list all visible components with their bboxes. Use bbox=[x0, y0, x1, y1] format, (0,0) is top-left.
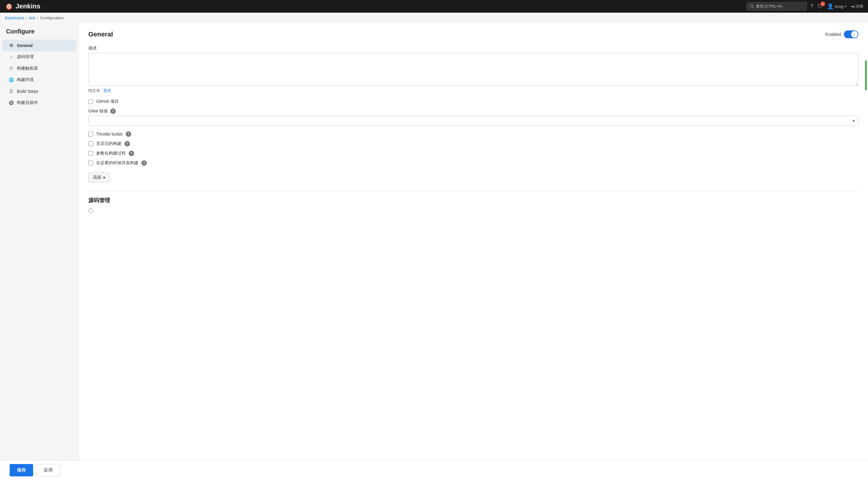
svg-point-4 bbox=[750, 4, 753, 7]
github-project-label[interactable]: GitHub 项目 bbox=[96, 99, 119, 104]
search-box[interactable]: 查找 (CTRL+K) bbox=[747, 2, 807, 10]
toggle-knob: ✓ bbox=[851, 31, 858, 38]
description-textarea[interactable] bbox=[88, 53, 858, 86]
save-button[interactable]: 保存 bbox=[10, 464, 33, 476]
section-title: General bbox=[88, 30, 113, 38]
breadcrumb-current: Configuration bbox=[40, 16, 63, 20]
parametrize-checkbox[interactable] bbox=[88, 151, 93, 156]
logout-label: 注销 bbox=[855, 4, 863, 9]
enabled-label: Enabled bbox=[826, 32, 841, 37]
gitee-help-icon[interactable]: ? bbox=[110, 108, 116, 114]
sidebar-item-environment[interactable]: 🌐 构建环境 bbox=[2, 74, 76, 86]
breadcrumb: Dashboard › test › Configuration bbox=[0, 13, 868, 23]
jenkins-logo-icon bbox=[5, 2, 13, 10]
gitee-link-group: Gitee 链接 ? ▾ bbox=[88, 108, 858, 126]
discard-old-label[interactable]: 丢弃旧的构建 bbox=[96, 141, 121, 147]
source-radio-row bbox=[88, 208, 858, 213]
action-bar: 保存 应用 bbox=[0, 460, 868, 479]
scroll-indicator bbox=[865, 60, 867, 90]
throttle-builds-label[interactable]: Throttle builds bbox=[96, 132, 123, 136]
sidebar-label-build-steps: Build Steps bbox=[17, 89, 38, 94]
enabled-toggle-group: Enabled ✓ bbox=[826, 30, 858, 38]
concurrent-help-icon[interactable]: ? bbox=[141, 160, 147, 166]
throttle-builds-checkbox[interactable] bbox=[88, 132, 93, 136]
parametrize-row: 参数化构建过程 ? bbox=[88, 151, 858, 156]
navbar: Jenkins 查找 (CTRL+K) ? 🛡 1 👤 kong ▾ ⇥ 注销 bbox=[0, 0, 868, 13]
discard-old-checkbox[interactable] bbox=[88, 141, 93, 146]
sidebar-label-source: 源码管理 bbox=[17, 54, 34, 60]
throttle-help-icon[interactable]: ? bbox=[126, 131, 131, 137]
concurrent-label[interactable]: 在必要的时候并发构建 bbox=[96, 160, 138, 166]
sidebar-label-triggers: 构建触发器 bbox=[17, 66, 38, 71]
preview-link[interactable]: 预览 bbox=[103, 88, 111, 93]
globe-icon: 🌐 bbox=[8, 77, 14, 83]
advanced-label: 高级 bbox=[93, 175, 101, 180]
advanced-chevron-icon: ▾ bbox=[103, 175, 105, 180]
gitee-link-label: Gitee 链接 bbox=[88, 108, 108, 114]
breadcrumb-test[interactable]: test bbox=[29, 16, 35, 20]
section-header: General Enabled ✓ bbox=[88, 30, 858, 38]
gitee-link-select-wrapper: ▾ bbox=[88, 116, 858, 126]
source-section-title: 源码管理 bbox=[88, 197, 858, 204]
branch-icon: ⑂ bbox=[8, 54, 14, 60]
layout: Configure ⚙ General ⑂ 源码管理 ⏱ 构建触发器 🌐 构建环… bbox=[0, 23, 868, 479]
advanced-btn-wrapper: 高级 ▾ bbox=[88, 170, 858, 183]
user-chevron-icon: ▾ bbox=[844, 5, 846, 8]
sidebar-item-triggers[interactable]: ⏱ 构建触发器 bbox=[2, 63, 76, 74]
navbar-user[interactable]: 👤 kong ▾ bbox=[827, 3, 846, 10]
breadcrumb-sep-2: › bbox=[37, 16, 38, 20]
help-icon[interactable]: ? bbox=[810, 4, 813, 9]
sidebar-label-post-build: 构建后操作 bbox=[17, 100, 38, 105]
svg-point-1 bbox=[7, 4, 11, 9]
gitee-label-row: Gitee 链接 ? bbox=[88, 108, 858, 114]
gear-icon: ⚙ bbox=[8, 43, 14, 48]
brand-name: Jenkins bbox=[16, 2, 40, 10]
list-icon: ☰ bbox=[8, 89, 14, 94]
gitee-link-select[interactable] bbox=[88, 116, 858, 126]
search-placeholder: 查找 (CTRL+K) bbox=[756, 4, 782, 9]
advanced-button[interactable]: 高级 ▾ bbox=[88, 172, 110, 183]
source-radio[interactable] bbox=[88, 208, 93, 213]
search-icon bbox=[750, 4, 754, 8]
navbar-icons: ? 🛡 1 👤 kong ▾ ⇥ 注销 bbox=[810, 3, 863, 10]
svg-point-3 bbox=[10, 6, 10, 6]
source-section: 源码管理 bbox=[88, 191, 858, 213]
security-badge: 1 bbox=[820, 1, 825, 6]
user-avatar-icon: 👤 bbox=[827, 3, 834, 10]
sidebar-item-source[interactable]: ⑂ 源码管理 bbox=[2, 51, 76, 63]
breadcrumb-sep-1: › bbox=[26, 16, 27, 20]
breadcrumb-dashboard[interactable]: Dashboard bbox=[5, 16, 24, 20]
sidebar-item-build-steps[interactable]: ☰ Build Steps bbox=[2, 86, 76, 97]
security-icon[interactable]: 🛡 1 bbox=[817, 3, 823, 10]
parametrize-help-icon[interactable]: ? bbox=[129, 151, 134, 156]
sidebar: Configure ⚙ General ⑂ 源码管理 ⏱ 构建触发器 🌐 构建环… bbox=[0, 23, 79, 479]
main-content: General Enabled ✓ 描述 纯文本 预览 GitHub 项目 bbox=[79, 23, 868, 479]
plain-text-label: 纯文本 bbox=[88, 88, 100, 93]
user-name: kong bbox=[835, 4, 843, 9]
discard-help-icon[interactable]: ? bbox=[124, 141, 130, 147]
parametrize-label[interactable]: 参数化构建过程 bbox=[96, 151, 126, 156]
concurrent-row: 在必要的时候并发构建 ? bbox=[88, 160, 858, 166]
svg-point-2 bbox=[8, 6, 8, 6]
sidebar-label-general: General bbox=[17, 43, 33, 48]
discard-old-row: 丢弃旧的构建 ? bbox=[88, 141, 858, 147]
enabled-toggle[interactable]: ✓ bbox=[844, 30, 858, 38]
description-label: 描述 bbox=[88, 45, 858, 51]
github-project-checkbox[interactable] bbox=[88, 99, 93, 104]
svg-line-5 bbox=[752, 7, 753, 8]
logout-icon: ⇥ bbox=[850, 4, 854, 9]
description-group: 描述 纯文本 预览 bbox=[88, 45, 858, 93]
apply-button[interactable]: 应用 bbox=[36, 464, 60, 476]
post-build-icon: 🔘 bbox=[8, 100, 14, 105]
concurrent-checkbox[interactable] bbox=[88, 161, 93, 165]
description-hint: 纯文本 预览 bbox=[88, 88, 858, 93]
throttle-builds-row: Throttle builds ? bbox=[88, 131, 858, 137]
sidebar-item-post-build[interactable]: 🔘 构建后操作 bbox=[2, 97, 76, 108]
github-project-row: GitHub 项目 bbox=[88, 99, 858, 104]
navbar-brand: Jenkins bbox=[5, 2, 40, 10]
clock-icon: ⏱ bbox=[8, 66, 14, 71]
logout-btn[interactable]: ⇥ 注销 bbox=[850, 4, 863, 9]
sidebar-item-general[interactable]: ⚙ General bbox=[2, 40, 76, 51]
sidebar-title: Configure bbox=[0, 28, 79, 40]
sidebar-label-environment: 构建环境 bbox=[17, 77, 34, 83]
